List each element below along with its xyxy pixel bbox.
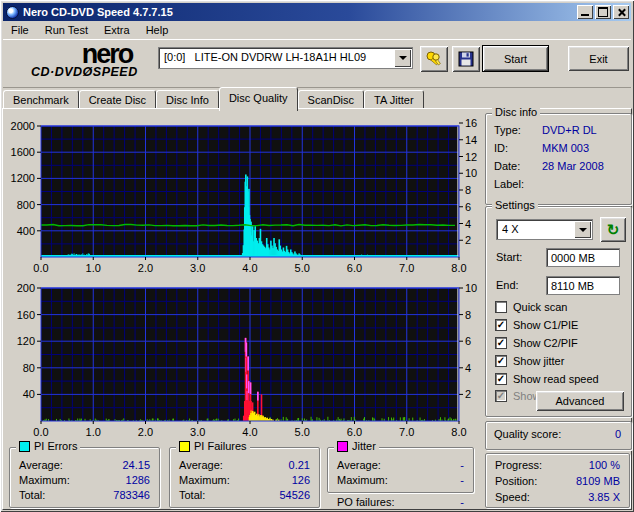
tab-create-disc[interactable]: Create Disc [79,90,156,109]
jitter-maximum-value: - [460,474,464,486]
tab-disc-quality[interactable]: Disc Quality [219,87,298,111]
speed-value: 3.85 X [588,491,620,503]
pi-failures-group: PI Failures Average:0.21 Maximum:126 Tot… [169,447,320,508]
pif-total-value: 54526 [279,489,310,501]
svg-text:1.0: 1.0 [86,426,101,438]
drive-select-value: [0:0] LITE-ON DVDRW LH-18A1H HL09 [164,51,366,63]
drive-select-arrow-button[interactable] [394,49,411,67]
disc-date-value: 28 Mar 2008 [542,160,604,172]
jitter-title: Jitter [352,440,376,452]
jitter-legend-swatch [337,441,348,452]
speed-select[interactable]: 4 X [496,219,593,240]
svg-text:16: 16 [465,119,477,129]
drive-select[interactable]: [0:0] LITE-ON DVDRW LH-18A1H HL09 [158,47,413,69]
chevron-down-icon [399,56,407,64]
svg-text:2: 2 [465,234,471,246]
app-icon [6,6,19,19]
stat-row: Maximum:126 [179,474,310,489]
svg-text:6.0: 6.0 [347,262,362,274]
disc-info-group: Disc info Type:DVD+R DL ID:MKM 003 Date:… [485,113,632,205]
chevron-down-icon [579,228,587,236]
svg-text:2000: 2000 [11,120,35,132]
svg-text:1200: 1200 [11,172,35,184]
position-value: 8109 MB [576,475,620,487]
checkbox-show-c1-pie[interactable]: ✓Show C1/PIE [495,318,578,332]
checkbox-show-read-speed[interactable]: ✓Show read speed [495,372,599,386]
menu-bar: File Run Test Extra Help [3,21,631,40]
eject-keys-button[interactable] [420,46,448,72]
checkbox-show-c2-pif[interactable]: ✓Show C2/PIF [495,336,578,350]
pi-errors-title: PI Errors [34,440,77,452]
jitter-group: Jitter Average:- Maximum:- [327,447,474,493]
progress-value: 100 % [589,459,620,471]
settings-title: Settings [492,199,538,211]
close-button[interactable] [613,5,629,19]
checkbox-icon: ✓ [495,337,507,349]
start-position-label: Start: [496,251,522,263]
svg-text:0.0: 0.0 [33,262,48,274]
position-row: Position:8109 MB [495,475,620,491]
jitter-average-value: - [460,459,464,471]
pi-errors-group: PI Errors Average:24.15 Maximum:1286 Tot… [9,447,160,508]
stat-row: Maximum:1286 [19,474,150,489]
checkbox-icon: ✓ [495,373,507,385]
svg-text:6: 6 [465,335,471,347]
disc-date-row: Date:28 Mar 2008 [494,160,623,178]
svg-text:5.0: 5.0 [295,262,310,274]
svg-text:8.0: 8.0 [451,262,466,274]
minimize-button[interactable] [577,5,593,19]
svg-text:7.0: 7.0 [399,262,414,274]
exit-button-label: Exit [589,53,607,65]
menu-extra[interactable]: Extra [96,22,138,38]
svg-text:2.0: 2.0 [138,426,153,438]
svg-text:4.0: 4.0 [242,426,257,438]
stat-row: Average:0.21 [179,459,310,474]
disc-id-row: ID:MKM 003 [494,142,623,160]
speed-select-value: 4 X [502,223,519,235]
checkbox-quick-scan[interactable]: Quick scan [495,300,567,314]
speed-select-arrow-button[interactable] [574,221,591,238]
stat-row: Maximum:- [337,474,464,489]
save-button[interactable] [452,46,480,72]
checkbox-show-jitter[interactable]: ✓Show jitter [495,354,564,368]
start-position-input[interactable]: 0000 MB [546,248,620,267]
refresh-icon: ↻ [607,222,620,237]
svg-text:400: 400 [17,225,35,237]
svg-text:10: 10 [465,282,477,294]
pi-failures-legend-swatch [179,441,190,452]
menu-help[interactable]: Help [138,22,177,38]
advanced-button[interactable]: Advanced [536,391,624,411]
quality-score-label: Quality score: [494,428,561,440]
logo-sub2: SPEED [93,65,138,79]
advanced-button-label: Advanced [556,395,605,407]
svg-text:0.0: 0.0 [33,426,48,438]
checkbox-icon: ✓ [495,390,507,402]
minimize-icon [581,8,589,16]
svg-text:8: 8 [465,309,471,321]
start-button[interactable]: Start [483,46,548,71]
svg-text:800: 800 [17,199,35,211]
settings-group: Settings 4 X ↻ Start: 0000 MB End: 8110 … [485,206,632,417]
tab-disc-info[interactable]: Disc Info [156,90,219,109]
tab-benchmark[interactable]: Benchmark [3,90,79,109]
save-floppy-icon [458,51,474,67]
logo-sub1: CD·DVD [31,65,83,79]
title-bar[interactable]: Nero CD-DVD Speed 4.7.7.15 [3,3,631,21]
menu-file[interactable]: File [3,22,37,38]
end-position-input[interactable]: 8110 MB [546,276,620,295]
tab-ta-jitter[interactable]: TA Jitter [364,90,424,109]
maximize-button[interactable] [595,5,611,19]
quality-score-box: Quality score: 0 [485,421,632,450]
pif-maximum-value: 126 [292,474,310,486]
svg-text:14: 14 [465,134,477,146]
refresh-button[interactable]: ↻ [600,217,626,242]
tab-scandisc[interactable]: ScanDisc [298,90,364,109]
pie-maximum-value: 1286 [126,474,150,486]
menu-run-test[interactable]: Run Test [37,22,96,38]
svg-text:120: 120 [17,335,35,347]
pie-total-value: 783346 [113,489,150,501]
pi-failures-chart: 40801201602000.01.02.03.04.05.06.07.08.0… [3,281,485,441]
svg-text:1600: 1600 [11,146,35,158]
exit-button[interactable]: Exit [568,46,629,71]
stat-row: Average:24.15 [19,459,150,474]
